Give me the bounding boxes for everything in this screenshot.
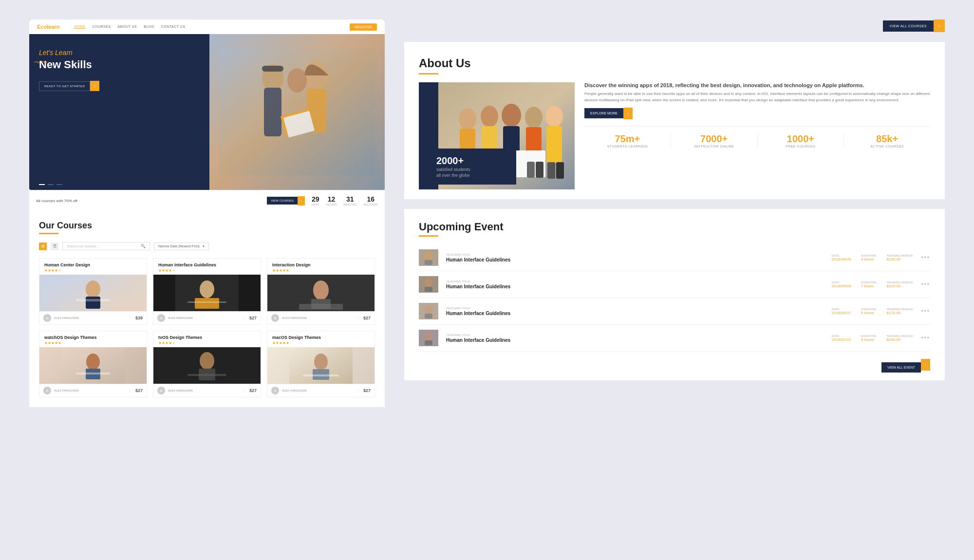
course-card-6-title: macOS Design Themes (272, 335, 370, 340)
svg-point-40 (525, 107, 543, 128)
course-card-2-price: $27 (249, 316, 257, 320)
event-options-4[interactable]: ••• (921, 335, 930, 341)
event-duration-val-1: 4 hours (861, 257, 877, 261)
logo-prefix: Eco (37, 24, 47, 30)
timer-days: 29 DAYS (312, 195, 319, 206)
explore-more-cta[interactable]: EXPLORE MORE › (584, 108, 930, 119)
course-card-6-instructor: ALEX FARGUSON (282, 389, 354, 392)
explore-btn[interactable]: EXPLORE MORE (584, 108, 623, 118)
hero-dot-1[interactable] (39, 184, 45, 185)
event-training-val-1: $150.00 (886, 257, 913, 261)
event-info-3: TEACHING TITLE Human Interface Guideline… (446, 307, 824, 316)
event-thumb-2-svg (419, 276, 438, 293)
about-us-section: About Us (404, 42, 945, 199)
course-card-3-header: Interaction Design ★★★★★ (267, 259, 375, 275)
course-card-2-header: Human Interface Guidelines ★★★★★ (153, 259, 261, 275)
course-card-5: tvOS Design Themes ★★★★★ A ALEX FA (153, 331, 261, 397)
list-view-button[interactable]: ☰ (51, 243, 58, 250)
course-card-3-price: $27 (363, 316, 371, 320)
event-options-1[interactable]: ••• (921, 254, 930, 261)
course-card-5-header: tvOS Design Themes ★★★★★ (153, 331, 261, 347)
event-row-2: TEACHING TITLE Human Interface Guideline… (419, 271, 930, 298)
hero-title: New Skills (39, 58, 146, 71)
course-banner: All courses with 70% off VIEW COURSES › … (29, 190, 385, 211)
svg-rect-54 (556, 162, 564, 179)
chevron-down-icon: ▾ (203, 244, 205, 248)
course-card-6-header: macOS Design Themes ★★★★★ (267, 331, 375, 347)
heart-icon-3[interactable]: ♡ (357, 316, 360, 320)
page-wrapper: Ecolearn HOME COURSES ABOUT US BLOG CONT… (0, 0, 974, 427)
stat-students-label: STUDENTS LEARNING (589, 145, 666, 148)
view-courses-btn[interactable]: VIEW COURSES (267, 197, 298, 205)
hero-dot-2[interactable] (48, 184, 54, 185)
logo-suffix: learn (47, 24, 59, 30)
hero-cta[interactable]: READY TO GET STARTED › (39, 81, 146, 91)
hero-btn-text[interactable]: READY TO GET STARTED (39, 81, 90, 91)
timer-mins: 31 MINUTES (343, 195, 356, 206)
register-button[interactable]: REGISTER (350, 23, 377, 31)
nav-link-courses[interactable]: COURSES (92, 25, 111, 29)
hero-image (209, 34, 385, 190)
svg-rect-52 (536, 162, 543, 178)
courses-grid: Human Center Design ★★★★★ A (39, 258, 375, 397)
view-all-courses-btn[interactable]: VIEW ALL COURSES (883, 20, 934, 32)
stat-instructors: 7000+ INSTRUCTOR ONLINE (671, 133, 758, 148)
event-teaching-label-1: TEACHING TITLE (446, 253, 824, 256)
course-card-6-image (267, 347, 375, 384)
view-all-event-cta[interactable]: VIEW ALL EVENT › (881, 356, 930, 373)
nav-link-home[interactable]: HOME (74, 25, 85, 29)
event-info-4: TEACHING TITLE Human Interface Guideline… (446, 334, 824, 343)
course-card-3-image (267, 275, 375, 311)
sort-dropdown[interactable]: Narrow Date (Newest First) ▾ (154, 243, 209, 250)
course-card-4-price: $27 (135, 388, 143, 393)
view-courses-arrow-icon[interactable]: › (298, 196, 305, 205)
course-card-6-avatar: A (271, 387, 279, 394)
event-underline (419, 235, 438, 237)
view-all-event-arrow-icon[interactable]: › (921, 359, 930, 371)
stat-active-courses-num: 85k+ (849, 133, 925, 145)
view-courses-cta[interactable]: VIEW COURSES › (267, 196, 304, 205)
course-card-1: Human Center Design ★★★★★ A (39, 258, 147, 325)
grid-view-button[interactable]: ⊞ (39, 243, 47, 250)
event-options-3[interactable]: ••• (921, 308, 930, 315)
event-thumb-3 (419, 303, 438, 319)
course-img-6-svg (289, 347, 353, 384)
svg-point-62 (425, 305, 432, 314)
event-options-2[interactable]: ••• (921, 281, 930, 288)
view-all-event-btn[interactable]: VIEW ALL EVENT (881, 362, 921, 373)
svg-point-22 (86, 354, 100, 370)
top-right-bar: VIEW ALL COURSES › (404, 19, 945, 32)
heart-icon-2[interactable]: ♡ (243, 316, 246, 320)
nav-link-about[interactable]: ABOUT US (118, 25, 137, 29)
heart-icon-1[interactable]: ♡ (129, 316, 132, 320)
svg-rect-53 (547, 162, 555, 179)
heart-icon-6[interactable]: ♡ (357, 389, 360, 393)
svg-rect-60 (425, 287, 432, 292)
event-row-1: TEACHING TITLE Human Interface Guideline… (419, 244, 930, 271)
heart-icon-5[interactable]: ♡ (243, 389, 246, 393)
course-card-4-header: watchOS Design Themes ★★★★★ (39, 331, 147, 347)
course-search-bar[interactable]: Search our courses... 🔍 (62, 242, 150, 250)
nav-link-contact[interactable]: CONTACT US (161, 25, 186, 29)
event-row-4: TEACHING TITLE Human Interface Guideline… (419, 325, 930, 352)
heart-icon-4[interactable]: ♡ (129, 389, 132, 393)
stat-active-courses-label: ACTIVE COURSES (849, 145, 925, 148)
hero-btn-arrow[interactable]: › (90, 81, 99, 91)
search-placeholder: Search our courses... (67, 244, 99, 248)
stat-instructors-num: 7000+ (676, 133, 752, 145)
event-meta-1: DATE: 2018/04/29 DURATION: 4 hours TRAIN… (832, 254, 914, 261)
view-all-courses-arrow-icon[interactable]: › (934, 19, 945, 32)
explore-arrow-icon[interactable]: › (623, 108, 633, 119)
course-card-3-stars: ★★★★★ (272, 268, 370, 273)
course-card-4-footer: A ALEX FARGUSON ♡ $27 (39, 384, 147, 397)
svg-point-65 (425, 332, 432, 341)
hero-dot-3[interactable] (56, 184, 62, 185)
nav-link-blog[interactable]: BLOG (144, 25, 154, 29)
course-card-6: macOS Design Themes ★★★★★ A (267, 331, 375, 397)
timer-hours-num: 12 (328, 195, 336, 203)
view-all-courses-cta[interactable]: VIEW ALL COURSES › (883, 19, 945, 32)
nav-links: HOME COURSES ABOUT US BLOG CONTACT US (74, 25, 350, 29)
svg-rect-11 (86, 297, 100, 309)
event-name-1: Human Interface Guidelines (446, 257, 824, 262)
nav-bar: Ecolearn HOME COURSES ABOUT US BLOG CONT… (29, 19, 385, 34)
